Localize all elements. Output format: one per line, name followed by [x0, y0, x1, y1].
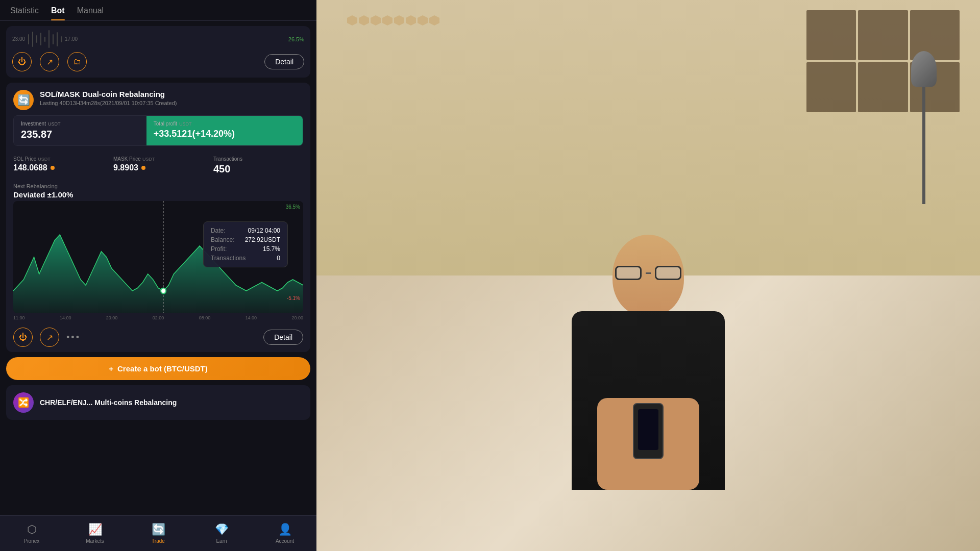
tooltip-tx-value: 0 [277, 255, 280, 262]
nav-earn-label: Earn [216, 538, 227, 544]
investment-profit-bar: Investment USDT 235.87 Total profit USDT… [13, 115, 303, 146]
multi-coin-icon: 🔀 [13, 392, 34, 413]
glasses-left [615, 266, 642, 280]
hex-5 [394, 15, 404, 26]
timeline-label-2: 17:00 [65, 36, 78, 42]
detail-button-top[interactable]: Detail [264, 54, 304, 69]
markets-icon: 📈 [88, 523, 102, 536]
chr-elf-enj-card: 🔀 CHR/ELF/ENJ... Multi-coins Rebalancing [6, 385, 310, 420]
nav-pionex[interactable]: ⬡ Pionex [0, 519, 63, 548]
power-button-top[interactable]: ⏻ [12, 52, 32, 71]
bar-7 [53, 34, 54, 44]
shelf-1 [806, 10, 856, 60]
nav-markets[interactable]: 📈 Markets [63, 519, 127, 548]
nav-markets-label: Markets [86, 538, 104, 544]
tooltip-balance-label: Balance: [211, 236, 235, 243]
create-bot-label: Create a bot (BTC/USDT) [117, 364, 208, 373]
share-button-main[interactable]: ↗ [40, 328, 59, 347]
glasses-right [655, 266, 681, 280]
webcam-panel [316, 0, 980, 551]
shelf-5 [858, 62, 908, 112]
nav-account-label: Account [276, 538, 294, 544]
hex-7 [418, 15, 428, 26]
more-button[interactable]: ••• [66, 332, 79, 343]
microphone-head [911, 51, 937, 87]
share-button-top[interactable]: ↗ [40, 52, 59, 71]
scroll-content: 23:00 17:00 26.5% ⏻ ↗ 🗂 Detail [0, 21, 316, 551]
price-row: SOL Price USDT 148.0688 MASK Price USDT … [6, 152, 310, 179]
microphone-arm [922, 87, 925, 204]
tab-bot[interactable]: Bot [51, 6, 65, 20]
create-bot-button[interactable]: + Create a bot (BTC/USDT) [6, 357, 310, 380]
timeline-label-1: 23:00 [12, 36, 25, 42]
tab-manual[interactable]: Manual [77, 6, 104, 20]
person-silhouette [521, 204, 776, 510]
profit-label: Total profit USDT [154, 121, 296, 127]
investment-label: Investment USDT [21, 121, 139, 127]
xaxis-4: 08:00 [199, 315, 211, 320]
hex-1 [347, 15, 357, 26]
sol-mask-bot-card: 🔄 SOL/MASK Dual-coin Rebalancing Lasting… [6, 83, 310, 352]
tooltip-tx-label: Transactions [211, 255, 246, 262]
xaxis-3: 02:00 [153, 315, 164, 320]
tab-statistic[interactable]: Statistic [10, 6, 39, 20]
xaxis-6: 20:00 [291, 315, 303, 320]
tooltip-date-row: Date: 09/12 04:00 [211, 227, 280, 234]
hands-area [597, 398, 699, 490]
hex-2 [359, 15, 369, 26]
bot-title-area: SOL/MASK Dual-coin Rebalancing Lasting 4… [40, 90, 177, 106]
transactions-label: Transactions [213, 156, 303, 162]
glasses-bridge [646, 272, 651, 274]
shelf-4 [806, 62, 856, 112]
nav-trade[interactable]: 🔄 Trade [127, 519, 190, 548]
tooltip-date-label: Date: [211, 227, 226, 234]
microphone-stand [909, 51, 939, 204]
tooltip-date-value: 09/12 04:00 [248, 227, 280, 234]
investment-section: Investment USDT 235.87 [14, 116, 146, 145]
sol-price-item: SOL Price USDT 148.0688 [13, 156, 103, 175]
bar-5 [44, 37, 45, 42]
chart-xaxis: 11:00 14:00 20:00 02:00 08:00 14:00 20:0… [6, 313, 310, 322]
transactions-value: 450 [213, 163, 303, 175]
archive-button-top[interactable]: 🗂 [67, 52, 87, 71]
bot-card-header: 🔄 SOL/MASK Dual-coin Rebalancing Lasting… [6, 83, 310, 115]
mask-price-value: 9.8903 [113, 163, 203, 172]
xaxis-5: 14:00 [246, 315, 257, 320]
card-actions-top: ⏻ ↗ 🗂 Detail [12, 52, 304, 71]
phone-screen [638, 409, 658, 450]
account-icon: 👤 [278, 523, 292, 536]
tooltip-profit-row: Profit: 15.7% [211, 245, 280, 253]
xaxis-0: 11:00 [13, 315, 25, 320]
chart-point [161, 288, 166, 294]
detail-button-main[interactable]: Detail [263, 330, 303, 345]
tooltip-profit-value: 15.7% [263, 245, 280, 253]
nav-pionex-label: Pionex [24, 538, 40, 544]
nav-earn[interactable]: 💎 Earn [190, 519, 253, 548]
bar-6 [48, 30, 50, 48]
rebalance-label: Next Rebalancing [13, 183, 303, 189]
timeline-bar: 23:00 17:00 26.5% [12, 26, 304, 52]
chr-card-title: CHR/ELF/ENJ... Multi-coins Rebalancing [40, 398, 177, 407]
hex-wall-decoration [347, 15, 449, 26]
bar-4 [40, 33, 41, 45]
hex-6 [406, 15, 416, 26]
earn-icon: 💎 [215, 523, 229, 536]
mask-price-label: MASK Price USDT [113, 156, 203, 162]
hex-3 [371, 15, 381, 26]
nav-account[interactable]: 👤 Account [253, 519, 316, 548]
tooltip-balance-value: 272.92USDT [245, 236, 280, 243]
performance-chart: 36.5% [13, 201, 303, 313]
top-navigation: Statistic Bot Manual [0, 0, 316, 21]
sol-live-indicator [51, 166, 55, 170]
bottom-navigation: ⬡ Pionex 📈 Markets 🔄 Trade 💎 Earn 👤 Acco… [0, 515, 316, 551]
top-bot-card: 23:00 17:00 26.5% ⏻ ↗ 🗂 Detail [6, 26, 310, 78]
bot-title: SOL/MASK Dual-coin Rebalancing [40, 90, 177, 98]
power-button-main[interactable]: ⏻ [13, 328, 33, 347]
sol-price-label: SOL Price USDT [13, 156, 103, 162]
bot-card-footer: ⏻ ↗ ••• Detail [6, 322, 310, 352]
chart-tooltip: Date: 09/12 04:00 Balance: 272.92USDT Pr… [203, 221, 288, 267]
hex-4 [382, 15, 393, 26]
mask-live-indicator [141, 166, 145, 170]
phone-in-hand [633, 403, 664, 459]
transactions-item: Transactions 450 [213, 156, 303, 175]
